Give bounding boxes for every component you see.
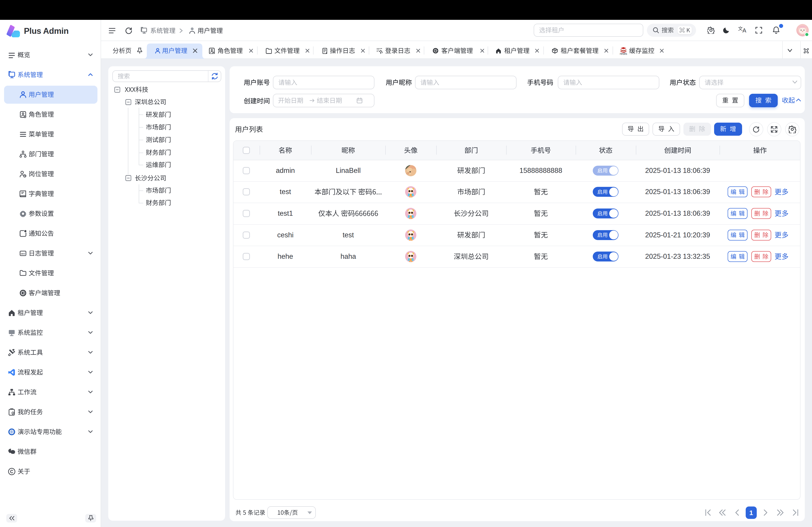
svg-text:DEV: DEV	[21, 253, 26, 255]
